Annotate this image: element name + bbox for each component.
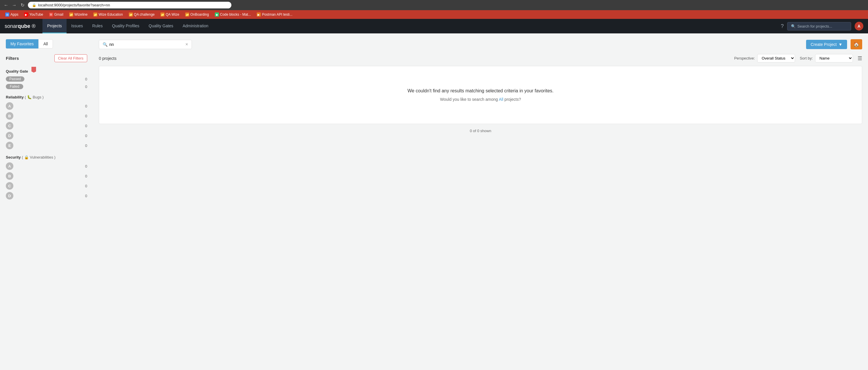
youtube-icon: ▶ — [24, 12, 28, 16]
reliability-grade-c: C 0 — [6, 122, 87, 130]
reliability-title: Reliability ( 🐛 Bugs ) — [6, 95, 87, 99]
nav-link-quality-gates[interactable]: Quality Gates — [144, 19, 178, 33]
forward-button[interactable]: → — [11, 2, 18, 8]
grade-c-badge[interactable]: C — [6, 122, 13, 130]
onboarding-icon: 📁 — [185, 12, 189, 16]
security-grade-b-count: 0 — [85, 174, 87, 178]
wize-edu-icon: 📁 — [93, 12, 97, 16]
grade-a-count: 0 — [85, 104, 87, 108]
security-grade-b: B 0 — [6, 172, 87, 180]
home-icon-button[interactable]: 🏠 — [850, 39, 862, 49]
apps-icon: ⊞ — [5, 12, 9, 16]
filter-item-failed: Failed 0 — [6, 84, 87, 89]
passed-count: 0 — [85, 77, 87, 81]
back-button[interactable]: ← — [3, 2, 9, 8]
bookmark-onboarding[interactable]: 📁 OnBoarding — [183, 12, 211, 18]
filter-item-passed: Passed 0 — [6, 76, 87, 81]
failed-badge[interactable]: Failed — [6, 84, 23, 89]
security-grade-c: C 0 — [6, 182, 87, 190]
clear-all-filters-button[interactable]: Clear All Filters — [54, 54, 87, 62]
nav-link-quality-profiles[interactable]: Quality Profiles — [107, 19, 144, 33]
results-controls: Perspective: Overall Status Sort by: Nam… — [734, 54, 862, 62]
empty-state: We couldn't find any results matching se… — [99, 66, 862, 124]
bookmark-wizeline[interactable]: 📁 Wizeline — [67, 12, 90, 18]
qa-challenge-icon: 📁 — [129, 12, 133, 16]
sort-by-label: Sort by: — [800, 56, 813, 60]
security-grade-b-badge[interactable]: B — [6, 172, 13, 180]
postman-icon: ▶ — [257, 12, 261, 16]
grade-a-badge[interactable]: A — [6, 102, 13, 110]
bookmark-qa-challenge[interactable]: 📁 QA challenge — [126, 12, 157, 18]
bookmark-qa-wize-label: QA Wize — [166, 12, 179, 16]
bookmark-code-blocks[interactable]: ◆ Code blocks - Mat... — [213, 12, 253, 18]
nav-right: ? 🔍 Search for projects... A — [781, 22, 863, 31]
bookmark-wizeline-label: Wizeline — [74, 12, 88, 16]
grade-d-badge[interactable]: D — [6, 132, 13, 139]
passed-badge[interactable]: Passed — [6, 76, 24, 81]
reliability-grade-b: B 0 — [6, 112, 87, 120]
help-icon[interactable]: ? — [781, 23, 784, 29]
wizeline-icon: 📁 — [69, 12, 73, 16]
bookmark-onboarding-label: OnBoarding — [190, 12, 209, 16]
nav-link-projects[interactable]: Projects — [42, 19, 67, 33]
bookmark-youtube[interactable]: ▶ YouTube — [22, 12, 45, 18]
security-filter: Security ( 🔒 Vulnerabilities ) A 0 B 0 C… — [6, 155, 87, 200]
nav-link-rules[interactable]: Rules — [88, 19, 107, 33]
reliability-grade-a: A 0 — [6, 102, 87, 110]
empty-state-title: We couldn't find any results matching se… — [407, 88, 554, 94]
reliability-filter: Reliability ( 🐛 Bugs ) A 0 B 0 C 0 D 0 E — [6, 95, 87, 149]
reliability-grade-d: D 0 — [6, 132, 87, 139]
refresh-button[interactable]: ↻ — [19, 2, 26, 8]
my-favorites-button[interactable]: My Favorites — [6, 39, 38, 48]
grade-e-badge[interactable]: E — [6, 142, 13, 149]
bookmark-wize-edu[interactable]: 📁 Wize Education — [91, 12, 125, 18]
perspective-control: Perspective: Overall Status — [734, 54, 795, 62]
security-grade-c-count: 0 — [85, 184, 87, 188]
sort-control: Sort by: Name — [800, 54, 853, 62]
create-project-button[interactable]: Create Project ▼ — [806, 40, 847, 49]
grade-b-badge[interactable]: B — [6, 112, 13, 120]
nav-link-issues[interactable]: Issues — [67, 19, 88, 33]
project-search-input[interactable] — [109, 42, 184, 47]
search-clear-button[interactable]: × — [185, 42, 188, 47]
address-bar[interactable]: 🔒 localhost:9000/projects/favorite?searc… — [28, 2, 231, 8]
user-avatar[interactable]: A — [855, 22, 863, 31]
bookmarks-bar: ⊞ Apps ▶ YouTube M Gmail 📁 Wizeline 📁 Wi… — [0, 10, 868, 19]
flag-marker — [31, 67, 36, 73]
browser-nav-buttons: ← → ↻ — [3, 2, 26, 8]
bookmark-qa-wize[interactable]: 📁 QA Wize — [158, 12, 182, 18]
sort-dropdown[interactable]: Name — [815, 54, 853, 62]
projects-count: 0 projects — [99, 56, 117, 61]
security-title: Security ( 🔒 Vulnerabilities ) — [6, 155, 87, 160]
quality-gate-filter: Quality Gate Passed 0 Failed 0 — [6, 67, 87, 89]
nav-link-administration[interactable]: Administration — [178, 19, 213, 33]
perspective-dropdown[interactable]: Overall Status — [757, 54, 795, 62]
bookmark-gmail[interactable]: M Gmail — [47, 12, 66, 18]
grade-e-count: 0 — [85, 143, 87, 148]
search-icon: 🔍 — [791, 24, 796, 29]
bookmark-apps[interactable]: ⊞ Apps — [3, 12, 21, 18]
search-controls: 🔍 × Create Project ▼ 🏠 — [99, 39, 862, 49]
all-button[interactable]: All — [38, 39, 53, 48]
nav-links: Projects Issues Rules Quality Profiles Q… — [42, 19, 781, 33]
global-search[interactable]: 🔍 Search for projects... — [787, 22, 851, 31]
content-area: 🔍 × Create Project ▼ 🏠 0 projects Perspe… — [93, 33, 868, 366]
quality-gate-title: Quality Gate — [6, 67, 87, 73]
security-grade-d-badge[interactable]: D — [6, 192, 13, 200]
list-view-button[interactable]: ☰ — [858, 55, 862, 62]
reliability-grade-e: E 0 — [6, 142, 87, 149]
security-grade-c-badge[interactable]: C — [6, 182, 13, 190]
all-projects-link[interactable]: All — [499, 97, 503, 102]
bookmark-postman[interactable]: ▶ Postman API testi... — [254, 12, 295, 18]
bookmark-youtube-label: YouTube — [29, 12, 43, 16]
url-text: localhost:9000/projects/favorite?search=… — [38, 3, 110, 7]
sonarqube-logo[interactable]: sonarqube ® — [5, 23, 35, 29]
gmail-icon: M — [49, 12, 53, 16]
results-header: 0 projects Perspective: Overall Status S… — [99, 54, 862, 62]
shown-count: 0 of 0 shown — [99, 129, 862, 133]
bookmark-code-blocks-label: Code blocks - Mat... — [220, 12, 251, 16]
security-grade-d-count: 0 — [85, 194, 87, 198]
filters-title: Filters — [6, 56, 19, 61]
security-grade-a-badge[interactable]: A — [6, 162, 13, 170]
project-search-box[interactable]: 🔍 × — [99, 40, 192, 49]
